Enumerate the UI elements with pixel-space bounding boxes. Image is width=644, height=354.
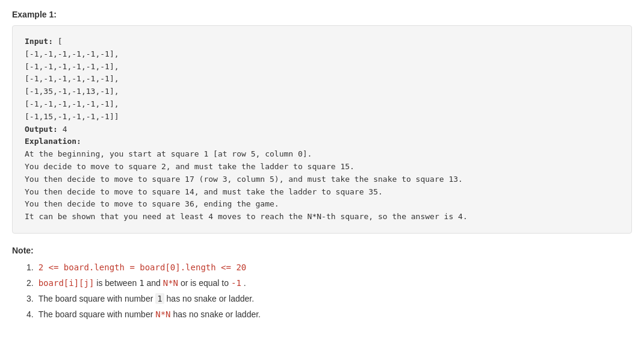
- note-item-1-code: 2 <= board.length = board[0].length <= 2…: [39, 262, 247, 272]
- li-number-4: 4.: [26, 309, 34, 319]
- input-label: Input:: [25, 37, 53, 46]
- nn-code: N*N: [163, 278, 178, 288]
- input-row-2: [-1,-1,-1,-1,-1,-1],: [25, 61, 619, 73]
- note-item-3-content: The board square with number 1 has no sn…: [39, 294, 254, 303]
- minus-one-code: -1: [231, 278, 241, 288]
- output-line: Output: 4: [25, 123, 619, 136]
- note-3-text-2: has no snake or ladder.: [167, 294, 255, 303]
- note-heading: Note:: [12, 246, 632, 255]
- li-number-2: 2.: [26, 278, 34, 288]
- example-box: Input: [ [-1,-1,-1,-1,-1,-1], [-1,-1,-1,…: [12, 25, 632, 234]
- input-row-5: [-1,-1,-1,-1,-1,-1],: [25, 98, 619, 111]
- explanation-line-2: You decide to move to square 2, and must…: [25, 161, 619, 173]
- note-3-text-1: The board square with number: [39, 294, 156, 303]
- or-equal-text: or is equal to: [181, 278, 231, 288]
- note-section: Note: 1. 2 <= board.length = board[0].le…: [12, 246, 632, 319]
- explanation-line-5: You then decide to move to square 36, en…: [25, 198, 619, 211]
- input-line: Input: [: [25, 36, 619, 48]
- note-list: 1. 2 <= board.length = board[0].length <…: [12, 262, 632, 319]
- input-row-4: [-1,35,-1,-1,13,-1],: [25, 85, 619, 98]
- input-bracket: [: [58, 37, 63, 46]
- note-item-2-content: board[i][j] is between 1 and N*N or is e…: [39, 278, 246, 288]
- note-item-4-content: The board square with number N*N has no …: [39, 309, 261, 319]
- period-2: .: [244, 278, 246, 288]
- explanation-line-4: You then decide to move to square 14, an…: [25, 186, 619, 199]
- explanation-line-3: You then decide to move to square 17 (ro…: [25, 173, 619, 186]
- example-heading: Example 1:: [12, 10, 632, 19]
- note-4-text-1: The board square with number: [39, 309, 156, 319]
- output-label: Output:: [25, 125, 58, 134]
- one-code: 1: [139, 278, 144, 288]
- is-between-text: is between: [96, 278, 139, 288]
- input-row-1: [-1,-1,-1,-1,-1,-1],: [25, 48, 619, 61]
- note-4-text-2: has no snake or ladder.: [173, 309, 261, 319]
- board-ij-code: board[i][j]: [39, 278, 94, 288]
- li-number-3: 3.: [26, 294, 34, 303]
- note-item-3: 3. The board square with number 1 has no…: [26, 294, 632, 303]
- note-item-2: 2. board[i][j] is between 1 and N*N or i…: [26, 278, 632, 288]
- output-number: 4: [63, 125, 67, 134]
- note-item-4: 4. The board square with number N*N has …: [26, 309, 632, 319]
- note-item-1: 1. 2 <= board.length = board[0].length <…: [26, 262, 632, 272]
- nn-inline: N*N: [155, 309, 170, 319]
- input-row-6: [-1,15,-1,-1,-1,-1]]: [25, 111, 619, 123]
- explanation-line-1: At the beginning, you start at square 1 …: [25, 148, 619, 161]
- one-inline: 1: [155, 293, 164, 304]
- and-text: and: [146, 278, 163, 288]
- explanation-line-6: It can be shown that you need at least 4…: [25, 211, 619, 223]
- input-row-3: [-1,-1,-1,-1,-1,-1],: [25, 73, 619, 85]
- li-number-1: 1.: [26, 262, 34, 272]
- explanation-label: Explanation:: [25, 135, 619, 148]
